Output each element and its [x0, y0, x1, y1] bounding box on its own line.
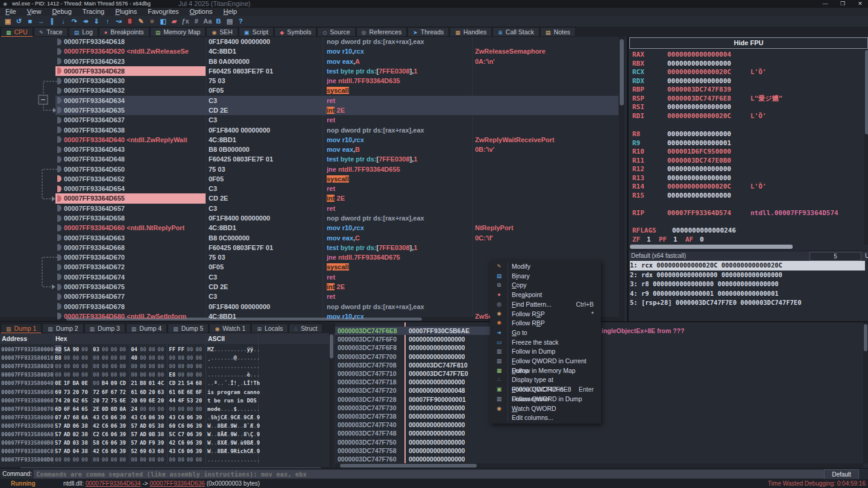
hex-byte[interactable]: 00	[187, 345, 193, 354]
hex-byte[interactable]: 20	[149, 388, 156, 396]
hex-byte[interactable]: 00	[111, 464, 118, 465]
hex-byte[interactable]: 52	[131, 447, 137, 455]
register-rdi[interactable]: RDI000000000000020CL'Ȍ'	[632, 112, 644, 120]
hex-byte[interactable]: C7	[178, 430, 184, 439]
stack-pane[interactable]: 0000003DC747F6E800007FF930C5B6AEingleObj…	[335, 322, 868, 469]
stack-row[interactable]: 0000003DC747F6E800007FF930C5B6AEingleObj…	[335, 327, 868, 335]
hex-byte[interactable]: 42	[93, 447, 99, 455]
hex-byte[interactable]: 00	[111, 455, 118, 464]
hex-byte[interactable]: 0E	[81, 379, 88, 387]
stack-row[interactable]: 0000003DC747F7000000000000000000	[335, 352, 868, 361]
dump-row[interactable]: 00007FF9335800B057AD033858C6063957ADF939…	[0, 439, 335, 447]
register-horizontal-scrollbar[interactable]	[630, 245, 793, 249]
hex-byte[interactable]: 6D	[55, 405, 61, 413]
register-pane[interactable]: Hide FPU Default (x64 fastcall) 5 Unlock…	[627, 37, 868, 321]
hex-byte[interactable]: 6E	[149, 396, 156, 405]
hex-byte[interactable]: 68	[195, 379, 202, 387]
hex-byte[interactable]: 42	[169, 439, 175, 447]
address-link-from[interactable]: 00007FF93364D634	[86, 480, 141, 487]
hex-byte[interactable]: 06	[187, 422, 193, 430]
hex-byte[interactable]: 06	[149, 413, 156, 422]
tab-locals[interactable]: ⊞Locals	[251, 324, 288, 333]
context-menu-item-follow-rsp[interactable]: ✱Follow RSP*	[491, 310, 600, 319]
hex-byte[interactable]: 00	[72, 371, 79, 379]
menu-item-help[interactable]: Help	[218, 8, 243, 16]
hex-byte[interactable]: 00	[178, 354, 184, 362]
hide-fpu-button[interactable]: Hide FPU	[629, 37, 868, 49]
hex-byte[interactable]: 6F	[195, 388, 202, 396]
hex-byte[interactable]: 00	[81, 362, 88, 371]
restart-icon[interactable]: ↺	[14, 17, 23, 25]
hex-byte[interactable]: 0D	[102, 405, 108, 413]
dump-row[interactable]: 00007FF93358005069732070726F6772616D2063…	[0, 388, 335, 396]
dump-row[interactable]: 00007FF9335800004D5A90000300000004000000…	[0, 345, 335, 354]
tab-source[interactable]: ◇Source	[317, 27, 355, 37]
stack-row[interactable]: 0000003DC747F6F00000000000000000	[335, 335, 868, 343]
hex-byte[interactable]: 54	[187, 379, 193, 387]
disasm-row[interactable]: 00007FF93364D635CD 2Eint 2E	[0, 105, 625, 115]
dump-row[interactable]: 00007FF9335800D0000000000000000000000000…	[0, 455, 335, 464]
hex-byte[interactable]: 00	[119, 371, 126, 379]
register-vertical-scrollbar[interactable]	[864, 49, 868, 245]
hex-byte[interactable]: 00	[55, 455, 61, 464]
hex-byte[interactable]: 20	[195, 396, 202, 405]
hex-byte[interactable]: AD	[140, 422, 146, 430]
hex-byte[interactable]: 00	[93, 379, 99, 387]
hex-byte[interactable]: 00	[195, 464, 202, 465]
tab-log[interactable]: ▤Log	[69, 27, 98, 37]
hex-byte[interactable]: 00	[55, 371, 61, 379]
hex-byte[interactable]: C6	[178, 413, 184, 422]
hex-byte[interactable]: 00	[81, 354, 88, 362]
menu-item-plugins[interactable]: Plugins	[110, 8, 142, 16]
tab-symbols[interactable]: ◆Symbols	[274, 27, 316, 37]
hex-byte[interactable]: 45	[140, 464, 146, 465]
hex-byte[interactable]: 6F	[64, 405, 71, 413]
hex-byte[interactable]: 5A	[64, 345, 71, 354]
hex-byte[interactable]: 6F	[102, 388, 108, 396]
hex-byte[interactable]: 57	[55, 430, 61, 439]
tab-watch-1[interactable]: ◉Watch 1	[209, 324, 251, 333]
hex-byte[interactable]: 86	[178, 464, 184, 465]
hex-byte[interactable]: 39	[157, 413, 164, 422]
hex-byte[interactable]: C6	[178, 439, 184, 447]
hex-byte[interactable]: 0D	[111, 405, 118, 413]
hex-byte[interactable]: 68	[72, 413, 79, 422]
hex-byte[interactable]: 50	[131, 464, 137, 465]
hex-byte[interactable]: 65	[81, 396, 88, 405]
tab-dump-3[interactable]: ▥Dump 3	[84, 324, 125, 333]
context-menu-item-display-type-at-0000003dc747f6e8[interactable]: ∴Display type at 0000003DC747F6E8	[491, 375, 600, 385]
tab-references[interactable]: ◎References	[356, 27, 407, 37]
hex-byte[interactable]: 00	[102, 354, 108, 362]
hex-byte[interactable]: 38	[157, 430, 164, 439]
context-menu-item-breakpoint[interactable]: ●Breakpoint	[491, 290, 600, 300]
context-menu-item-edit-columns[interactable]: Edit columns...	[491, 413, 600, 423]
hex-byte[interactable]: 00	[93, 362, 99, 371]
hex-byte[interactable]: 00	[102, 345, 108, 354]
hex-byte[interactable]: 40	[131, 354, 137, 362]
assemble-icon[interactable]: ✎	[137, 17, 145, 25]
hex-byte[interactable]: 58	[93, 439, 99, 447]
stack-row[interactable]: 0000003DC747F7580000000000000000	[335, 446, 868, 455]
hex-byte[interactable]: 06	[111, 439, 118, 447]
hex-byte[interactable]: 00	[187, 371, 193, 379]
hex-byte[interactable]: 53	[187, 396, 193, 405]
context-menu-item-follow-in-dump[interactable]: ▥Follow in Dump	[491, 347, 600, 357]
hex-byte[interactable]: 00	[72, 362, 79, 371]
menu-item-favourites[interactable]: Favourites	[142, 8, 184, 16]
step-into-icon[interactable]: ↓	[59, 17, 68, 25]
hex-byte[interactable]: B8	[140, 379, 146, 387]
hex-byte[interactable]: 00	[111, 354, 118, 362]
hex-byte[interactable]: AD	[140, 439, 146, 447]
hex-byte[interactable]: 20	[72, 388, 79, 396]
hex-byte[interactable]: 43	[169, 413, 175, 422]
hex-byte[interactable]: 00	[64, 371, 71, 379]
stack-row[interactable]: 0000003DC747F6F80000000000000000	[335, 343, 868, 352]
close-button[interactable]: ✕	[853, 0, 867, 8]
hex-byte[interactable]: 00	[140, 354, 146, 362]
argument-row[interactable]: 4: r9 0000000000000001 0000000000000001	[630, 289, 865, 299]
tab-dump-1[interactable]: ▥Dump 1	[1, 324, 42, 334]
hex-byte[interactable]: 6D	[140, 388, 146, 396]
hex-byte[interactable]: FF	[178, 345, 184, 354]
hex-byte[interactable]: 00	[178, 362, 184, 371]
hex-byte[interactable]: 00	[102, 464, 108, 465]
